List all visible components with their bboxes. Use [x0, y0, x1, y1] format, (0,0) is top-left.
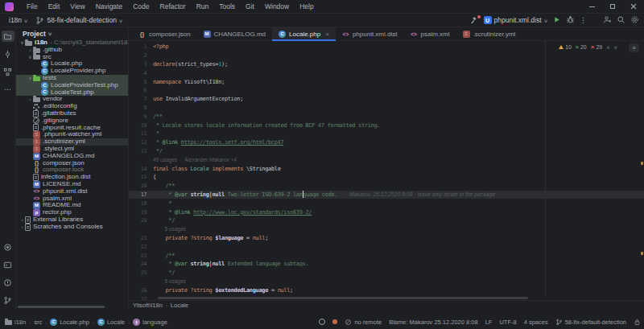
tab-changelog-md[interactable]: MCHANGELOG.md [197, 27, 272, 40]
line-number[interactable]: 6 [129, 87, 153, 93]
line-separator-widget[interactable]: LF [485, 319, 493, 326]
code-line-26[interactable]: 26 private ?string $extendedLanguage = n… [129, 286, 644, 294]
line-number[interactable]: 21 [129, 235, 153, 241]
git-branch-widget[interactable]: 58-fix-default-detection [555, 319, 626, 326]
code-line-4[interactable]: 4 [129, 68, 644, 77]
collapse-arrow-icon[interactable]: ∨ [19, 39, 25, 47]
code-line-11[interactable]: 11 * [129, 130, 644, 138]
search-everywhere-button[interactable] [617, 13, 625, 27]
more-actions-button[interactable]: ⋮ [580, 16, 587, 24]
tree-item-scratches-and-consoles[interactable]: ›Scratches and Consoles [16, 224, 128, 231]
commit-tool-button[interactable] [2, 48, 14, 60]
code-line-21[interactable]: 21 private ?string $language = null; [129, 234, 644, 243]
line-number[interactable]: 20 [129, 217, 153, 224]
tab-composer-json[interactable]: {}composer.json [132, 27, 197, 40]
code-line-18[interactable]: 18 * [129, 199, 644, 208]
code-area[interactable]: 1<?php23declare(strict_types=1);45namesp… [129, 43, 644, 300]
line-number[interactable]: 18 [129, 200, 153, 207]
inspection-warnings[interactable]: 10 [559, 44, 572, 50]
write-access-widget[interactable] [634, 319, 641, 326]
tree-item-github[interactable]: ›.github [16, 47, 128, 54]
navbar-item-i18n[interactable]: i18n [5, 319, 26, 326]
project-tool-button[interactable] [2, 31, 14, 42]
project-panel-header[interactable]: Project ∨ [16, 27, 128, 39]
build-button[interactable] [470, 16, 479, 25]
line-number[interactable]: 27 [129, 296, 153, 301]
expand-arrow-icon[interactable]: › [27, 47, 33, 54]
code-line-7[interactable]: 7use InvalidArgumentException; [129, 95, 644, 104]
inlay-row[interactable]: 49 usagesAlexander Makarov +4 [129, 155, 644, 164]
next-problem-button[interactable]: ∨ [614, 44, 617, 50]
editor-options-icon[interactable]: ≡ [629, 43, 639, 52]
inspection-typos[interactable]: ≈20 [576, 44, 587, 50]
line-number[interactable]: 9 [129, 113, 153, 120]
expand-arrow-icon[interactable]: › [27, 96, 33, 103]
line-number[interactable]: 4 [129, 70, 153, 76]
line-number[interactable]: 23 [129, 253, 153, 259]
line-number[interactable]: 26 [129, 287, 153, 294]
tab-locale-php[interactable]: CLocale.php× [272, 27, 336, 40]
indent-widget[interactable]: 4 spaces [524, 319, 548, 326]
collapse-arrow-icon[interactable]: ∨ [27, 75, 33, 82]
inlay-row[interactable]: 5 usages [129, 225, 644, 234]
line-number[interactable]: 19 [129, 209, 153, 216]
close-button[interactable] [623, 0, 644, 13]
structure-tool-button[interactable] [2, 66, 14, 77]
blame-widget[interactable]: Blame: Makarov 25.12.2020 8:08 [389, 319, 478, 326]
tree-item-localetest-php[interactable]: CLocaleTest.php [16, 89, 128, 97]
breadcrumb-locale[interactable]: Locale [171, 302, 188, 309]
line-number[interactable]: 22 [129, 244, 153, 250]
tree-item-localeprovider-php[interactable]: CLocaleProvider.php [16, 68, 128, 75]
navbar-item-src[interactable]: src [34, 319, 42, 326]
notifications-widget[interactable] [332, 319, 337, 324]
code-line-23[interactable]: 23 /** [129, 251, 644, 260]
code-with-me-button[interactable] [603, 13, 612, 27]
menu-edit[interactable]: Edit [43, 1, 65, 13]
project-widget[interactable]: i18n ∨ [5, 15, 31, 25]
collapse-arrow-icon[interactable]: ∨ [27, 54, 33, 61]
inspection-errors[interactable]: ×29 [591, 44, 602, 50]
tab-psalm-xml[interactable]: <>psalm.xml [403, 27, 456, 40]
breadcrumb-yiisoft-i18n[interactable]: Yiisoft\I18n [133, 302, 163, 309]
error-stripe-mark[interactable] [641, 162, 643, 165]
terminal-tool-button[interactable] [2, 259, 14, 270]
code-line-22[interactable]: 22 [129, 242, 644, 251]
code-line-3[interactable]: 3declare(strict_types=1); [129, 60, 644, 69]
line-number[interactable]: 3 [129, 61, 153, 68]
line-number[interactable]: 2 [129, 52, 153, 59]
minimize-button[interactable] [581, 0, 602, 13]
line-number[interactable]: 12 [129, 139, 153, 146]
project-horizontal-scrollbar[interactable] [18, 306, 105, 308]
code-line-12[interactable]: 12 * @link https://tools.ietf.org/html/b… [129, 138, 644, 147]
tab-phpunit-xml-dist[interactable]: <>phpunit.xml.dist [336, 27, 404, 40]
tree-item-phpunit-xml-dist[interactable]: <>phpunit.xml.dist [16, 188, 128, 195]
line-number[interactable]: 24 [129, 261, 153, 267]
php-version-widget[interactable] [319, 319, 325, 325]
line-number[interactable]: 8 [129, 105, 153, 111]
navbar-item-language[interactable]: flanguage [133, 319, 167, 326]
line-number[interactable]: 13 [129, 148, 153, 154]
code-line-9[interactable]: 9/** [129, 112, 644, 121]
line-number[interactable]: 25 [129, 269, 153, 276]
line-number[interactable]: 5 [129, 79, 153, 85]
menu-tools[interactable]: Tools [214, 1, 240, 13]
line-number[interactable]: 10 [129, 122, 153, 129]
navbar-item-locale-php[interactable]: CLocale.php [50, 319, 89, 326]
code-line-25[interactable]: 25 */ [129, 269, 644, 278]
code-line-20[interactable]: 20 */ [129, 216, 644, 225]
run-button[interactable] [552, 13, 561, 27]
expand-arrow-icon[interactable]: › [19, 224, 25, 231]
line-number[interactable]: 7 [129, 96, 153, 102]
tab-scrutinizer-yml[interactable]: ≡.scrutinizer.yml [456, 27, 522, 40]
close-tab-icon[interactable]: × [325, 31, 329, 38]
line-number[interactable]: 15 [129, 174, 153, 180]
navbar-item-locale[interactable]: CLocale [97, 319, 125, 326]
inlay-row[interactable]: 5 usages [129, 278, 644, 286]
services-tool-button[interactable] [2, 241, 14, 253]
code-line-10[interactable]: 10 * Locale stores locale information cr… [129, 121, 644, 130]
code-line-14[interactable]: 14final class Locale implements \Stringa… [129, 164, 644, 173]
expand-arrow-icon[interactable]: › [19, 216, 25, 224]
code-line-24[interactable]: 24 * @var string|null Extended language … [129, 260, 644, 269]
menu-file[interactable]: File [22, 1, 43, 13]
line-number[interactable]: 11 [129, 130, 153, 137]
